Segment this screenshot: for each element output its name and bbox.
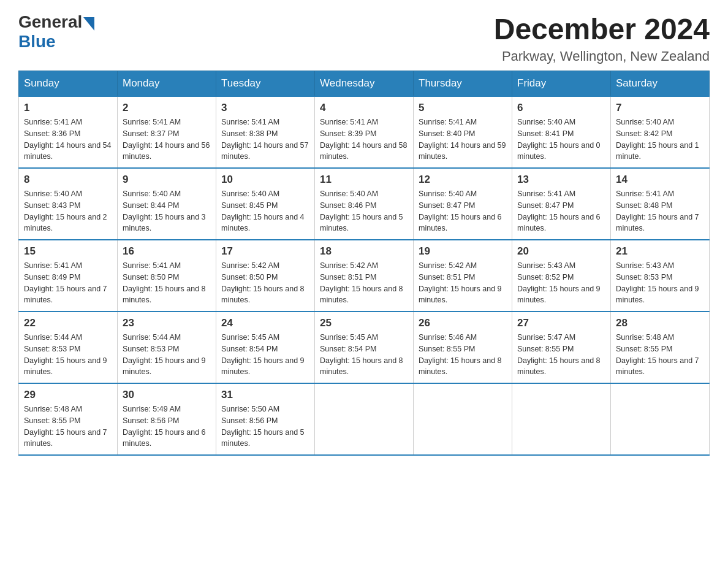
- daylight-label: Daylight: 15 hours and 8 minutes.: [517, 356, 601, 377]
- daylight-label: Daylight: 14 hours and 54 minutes.: [24, 141, 111, 161]
- daylight-label: Daylight: 15 hours and 9 minutes.: [517, 285, 601, 305]
- table-row: 11 Sunrise: 5:40 AM Sunset: 8:46 PM Dayl…: [315, 168, 414, 240]
- table-row: [315, 383, 414, 455]
- sunset-label: Sunset: 8:51 PM: [419, 273, 475, 282]
- day-info: Sunrise: 5:41 AM Sunset: 8:36 PM Dayligh…: [24, 117, 112, 163]
- table-row: 9 Sunrise: 5:40 AM Sunset: 8:44 PM Dayli…: [118, 168, 216, 240]
- day-number: 4: [320, 102, 408, 114]
- sunset-label: Sunset: 8:43 PM: [24, 201, 80, 210]
- calendar-week-3: 15 Sunrise: 5:41 AM Sunset: 8:49 PM Dayl…: [19, 240, 710, 312]
- sunset-label: Sunset: 8:55 PM: [517, 345, 574, 353]
- table-row: [512, 383, 611, 455]
- daylight-label: Daylight: 15 hours and 7 minutes.: [24, 285, 107, 305]
- sunset-label: Sunset: 8:45 PM: [221, 201, 278, 210]
- table-row: 26 Sunrise: 5:46 AM Sunset: 8:55 PM Dayl…: [414, 312, 512, 383]
- day-number: 23: [123, 317, 211, 329]
- sunrise-label: Sunrise: 5:43 AM: [616, 261, 674, 270]
- table-row: 25 Sunrise: 5:45 AM Sunset: 8:54 PM Dayl…: [315, 312, 414, 383]
- daylight-label: Daylight: 15 hours and 6 minutes.: [419, 213, 502, 233]
- day-info: Sunrise: 5:40 AM Sunset: 8:45 PM Dayligh…: [221, 188, 309, 234]
- sunrise-label: Sunrise: 5:42 AM: [221, 261, 279, 270]
- day-number: 6: [517, 102, 605, 114]
- sunset-label: Sunset: 8:36 PM: [24, 129, 80, 138]
- table-row: 12 Sunrise: 5:40 AM Sunset: 8:47 PM Dayl…: [414, 168, 512, 240]
- day-info: Sunrise: 5:44 AM Sunset: 8:53 PM Dayligh…: [123, 332, 211, 378]
- table-row: 19 Sunrise: 5:42 AM Sunset: 8:51 PM Dayl…: [414, 240, 512, 312]
- day-info: Sunrise: 5:49 AM Sunset: 8:56 PM Dayligh…: [123, 404, 211, 450]
- day-number: 19: [419, 245, 507, 258]
- logo: General Blue: [18, 12, 94, 52]
- day-info: Sunrise: 5:45 AM Sunset: 8:54 PM Dayligh…: [221, 332, 309, 378]
- table-row: 20 Sunrise: 5:43 AM Sunset: 8:52 PM Dayl…: [512, 240, 611, 312]
- sunrise-label: Sunrise: 5:50 AM: [221, 405, 279, 413]
- calendar-week-2: 8 Sunrise: 5:40 AM Sunset: 8:43 PM Dayli…: [19, 168, 710, 240]
- day-number: 1: [24, 102, 112, 114]
- day-number: 7: [616, 102, 704, 114]
- table-row: 7 Sunrise: 5:40 AM Sunset: 8:42 PM Dayli…: [611, 96, 710, 168]
- daylight-label: Daylight: 15 hours and 7 minutes.: [24, 428, 107, 448]
- logo-triangle-icon: [83, 17, 94, 31]
- day-info: Sunrise: 5:40 AM Sunset: 8:43 PM Dayligh…: [24, 188, 112, 234]
- day-info: Sunrise: 5:44 AM Sunset: 8:53 PM Dayligh…: [24, 332, 112, 378]
- table-row: 15 Sunrise: 5:41 AM Sunset: 8:49 PM Dayl…: [19, 240, 118, 312]
- day-number: 29: [24, 389, 112, 401]
- sunrise-label: Sunrise: 5:40 AM: [320, 190, 378, 198]
- table-row: 1 Sunrise: 5:41 AM Sunset: 8:36 PM Dayli…: [19, 96, 118, 168]
- day-info: Sunrise: 5:48 AM Sunset: 8:55 PM Dayligh…: [24, 404, 112, 450]
- daylight-label: Daylight: 14 hours and 58 minutes.: [320, 141, 407, 161]
- day-info: Sunrise: 5:42 AM Sunset: 8:51 PM Dayligh…: [419, 260, 507, 306]
- sunset-label: Sunset: 8:50 PM: [123, 273, 179, 282]
- table-row: 13 Sunrise: 5:41 AM Sunset: 8:47 PM Dayl…: [512, 168, 611, 240]
- sunset-label: Sunset: 8:40 PM: [419, 129, 475, 138]
- day-number: 25: [320, 317, 408, 329]
- sunrise-label: Sunrise: 5:41 AM: [419, 118, 477, 126]
- calendar-table: Sunday Monday Tuesday Wednesday Thursday…: [18, 71, 710, 456]
- sunset-label: Sunset: 8:50 PM: [221, 273, 278, 282]
- sunset-label: Sunset: 8:39 PM: [320, 129, 376, 138]
- day-info: Sunrise: 5:42 AM Sunset: 8:51 PM Dayligh…: [320, 260, 408, 306]
- sunrise-label: Sunrise: 5:45 AM: [221, 333, 279, 342]
- day-number: 18: [320, 245, 408, 258]
- day-info: Sunrise: 5:40 AM Sunset: 8:41 PM Dayligh…: [517, 117, 605, 163]
- table-row: 21 Sunrise: 5:43 AM Sunset: 8:53 PM Dayl…: [611, 240, 710, 312]
- daylight-label: Daylight: 15 hours and 7 minutes.: [616, 356, 699, 377]
- sunrise-label: Sunrise: 5:40 AM: [419, 190, 477, 198]
- day-number: 20: [517, 245, 605, 258]
- day-number: 21: [616, 245, 704, 258]
- table-row: 8 Sunrise: 5:40 AM Sunset: 8:43 PM Dayli…: [19, 168, 118, 240]
- sunset-label: Sunset: 8:38 PM: [221, 129, 278, 138]
- table-row: 30 Sunrise: 5:49 AM Sunset: 8:56 PM Dayl…: [118, 383, 216, 455]
- daylight-label: Daylight: 15 hours and 9 minutes.: [221, 356, 305, 377]
- table-row: 17 Sunrise: 5:42 AM Sunset: 8:50 PM Dayl…: [216, 240, 315, 312]
- calendar-week-4: 22 Sunrise: 5:44 AM Sunset: 8:53 PM Dayl…: [19, 312, 710, 383]
- sunset-label: Sunset: 8:53 PM: [123, 345, 179, 353]
- table-row: [414, 383, 512, 455]
- day-info: Sunrise: 5:41 AM Sunset: 8:47 PM Dayligh…: [517, 188, 605, 234]
- daylight-label: Daylight: 14 hours and 57 minutes.: [221, 141, 308, 161]
- day-number: 13: [517, 174, 605, 186]
- day-info: Sunrise: 5:48 AM Sunset: 8:55 PM Dayligh…: [616, 332, 704, 378]
- day-number: 16: [123, 245, 211, 258]
- day-number: 28: [616, 317, 704, 329]
- title-section: December 2024 Parkway, Wellington, New Z…: [494, 12, 710, 64]
- sunrise-label: Sunrise: 5:41 AM: [24, 261, 82, 270]
- daylight-label: Daylight: 15 hours and 5 minutes.: [320, 213, 403, 233]
- sunrise-label: Sunrise: 5:41 AM: [320, 118, 378, 126]
- sunrise-label: Sunrise: 5:40 AM: [123, 190, 181, 198]
- day-number: 11: [320, 174, 408, 186]
- day-number: 12: [419, 174, 507, 186]
- day-info: Sunrise: 5:40 AM Sunset: 8:42 PM Dayligh…: [616, 117, 704, 163]
- table-row: 4 Sunrise: 5:41 AM Sunset: 8:39 PM Dayli…: [315, 96, 414, 168]
- table-row: 16 Sunrise: 5:41 AM Sunset: 8:50 PM Dayl…: [118, 240, 216, 312]
- day-number: 26: [419, 317, 507, 329]
- sunrise-label: Sunrise: 5:49 AM: [123, 405, 181, 413]
- daylight-label: Daylight: 15 hours and 9 minutes.: [616, 285, 699, 305]
- sunrise-label: Sunrise: 5:40 AM: [517, 118, 575, 126]
- day-info: Sunrise: 5:40 AM Sunset: 8:44 PM Dayligh…: [123, 188, 211, 234]
- calendar-week-1: 1 Sunrise: 5:41 AM Sunset: 8:36 PM Dayli…: [19, 96, 710, 168]
- day-info: Sunrise: 5:47 AM Sunset: 8:55 PM Dayligh…: [517, 332, 605, 378]
- daylight-label: Daylight: 15 hours and 9 minutes.: [419, 285, 502, 305]
- day-info: Sunrise: 5:45 AM Sunset: 8:54 PM Dayligh…: [320, 332, 408, 378]
- calendar-title: December 2024: [494, 12, 710, 46]
- daylight-label: Daylight: 15 hours and 8 minutes.: [123, 285, 206, 305]
